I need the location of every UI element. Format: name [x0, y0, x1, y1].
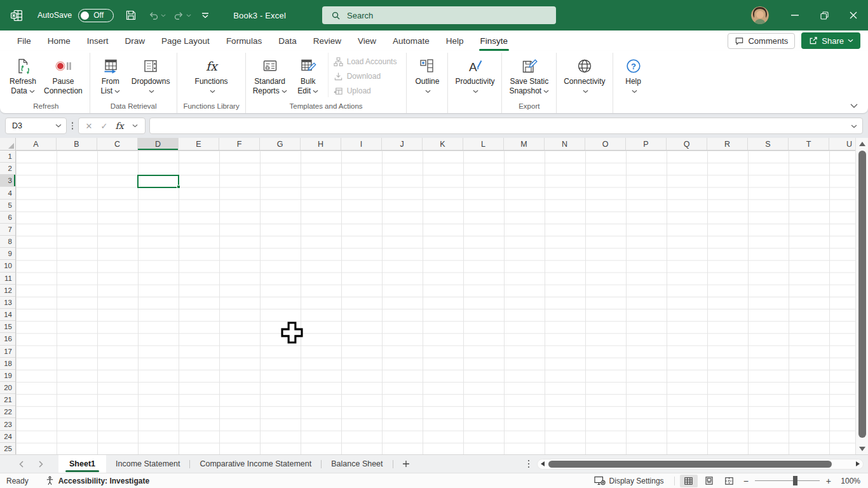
row-header[interactable]: 22	[0, 406, 15, 418]
load-accounts-button-disabled[interactable]: Load Accounts	[332, 55, 402, 68]
column-header[interactable]: U	[829, 138, 855, 150]
cell-area[interactable]	[16, 151, 855, 454]
row-header[interactable]: 13	[0, 297, 15, 309]
sheet-options-button[interactable]	[520, 455, 537, 473]
save-button[interactable]	[125, 10, 137, 21]
restore-button[interactable]	[810, 0, 839, 30]
column-header[interactable]: S	[748, 138, 789, 150]
column-header[interactable]: D	[138, 138, 179, 150]
column-header[interactable]: J	[382, 138, 423, 150]
tab-formulas[interactable]: Formulas	[218, 30, 270, 51]
row-header[interactable]: 18	[0, 358, 15, 370]
row-header[interactable]: 21	[0, 394, 15, 406]
row-header[interactable]: 10	[0, 260, 15, 272]
tab-automate[interactable]: Automate	[384, 30, 438, 51]
tab-home[interactable]: Home	[39, 30, 79, 51]
row-header[interactable]: 9	[0, 248, 15, 260]
row-header[interactable]: 4	[0, 187, 15, 199]
selected-cell-d3[interactable]	[137, 175, 179, 188]
redo-button[interactable]	[173, 10, 191, 21]
column-header[interactable]: N	[545, 138, 585, 150]
tab-review[interactable]: Review	[305, 30, 349, 51]
insert-function-button[interactable]: fx	[112, 118, 127, 133]
accessibility-status-button[interactable]: Accessibility: Investigate	[45, 476, 149, 485]
row-header[interactable]: 24	[0, 431, 15, 443]
row-header[interactable]: 14	[0, 309, 15, 321]
column-header[interactable]: P	[626, 138, 667, 150]
zoom-level[interactable]: 100%	[835, 477, 863, 485]
share-button[interactable]: Share	[801, 32, 860, 49]
connectivity-button[interactable]: Connectivity	[560, 53, 609, 96]
tab-page-layout[interactable]: Page Layout	[153, 30, 218, 51]
row-header[interactable]: 23	[0, 418, 15, 430]
column-header[interactable]: E	[179, 138, 219, 150]
scroll-right-arrow[interactable]	[856, 461, 860, 466]
tab-file[interactable]: File	[9, 30, 39, 51]
comments-button[interactable]: Comments	[728, 33, 795, 49]
pause-connection-button[interactable]: Pause Connection	[40, 53, 86, 96]
name-box-resize-handle[interactable]	[68, 122, 77, 130]
normal-view-button[interactable]	[680, 475, 698, 487]
zoom-in-button[interactable]: +	[822, 476, 835, 486]
tab-help[interactable]: Help	[438, 30, 472, 51]
page-layout-view-button[interactable]	[700, 475, 718, 487]
excel-logo-icon[interactable]	[10, 9, 24, 22]
tab-view[interactable]: View	[349, 30, 384, 51]
autosave-toggle[interactable]: Off	[78, 9, 114, 22]
formula-options-chevron[interactable]	[127, 118, 142, 133]
scroll-up-arrow[interactable]	[859, 142, 865, 146]
formula-input[interactable]	[149, 118, 863, 134]
column-header[interactable]: O	[585, 138, 626, 150]
bulk-edit-button[interactable]: Bulk Edit	[291, 53, 325, 96]
enter-button[interactable]: ✓	[97, 118, 112, 133]
row-header[interactable]: 12	[0, 285, 15, 297]
dropdowns-button[interactable]: Dropdowns	[128, 53, 174, 96]
undo-button[interactable]	[148, 10, 166, 21]
zoom-slider-thumb[interactable]	[793, 476, 797, 485]
column-header[interactable]: K	[423, 138, 463, 150]
sheet-tab-sheet1[interactable]: Sheet1	[58, 455, 106, 473]
save-static-snapshot-button[interactable]: Save Static Snapshot	[505, 53, 553, 96]
column-header[interactable]: G	[260, 138, 301, 150]
column-header[interactable]: M	[504, 138, 545, 150]
refresh-data-button[interactable]: Refresh Data	[6, 53, 40, 96]
row-header[interactable]: 5	[0, 200, 15, 212]
name-box[interactable]: D3	[5, 118, 67, 134]
row-header[interactable]: 8	[0, 236, 15, 248]
row-header[interactable]: 6	[0, 212, 15, 224]
upload-button-disabled[interactable]: Upload	[332, 85, 402, 97]
help-button[interactable]: ? Help	[616, 53, 651, 96]
zoom-out-button[interactable]: −	[740, 476, 752, 486]
productivity-button[interactable]: A Productivity	[451, 53, 498, 96]
functions-button[interactable]: fx Functions	[191, 53, 232, 96]
outline-button[interactable]: Outline	[410, 53, 444, 96]
add-sheet-button[interactable]	[393, 455, 419, 473]
close-button[interactable]	[839, 0, 868, 30]
row-header[interactable]: 11	[0, 273, 15, 285]
standard-reports-button[interactable]: Standard Reports	[249, 53, 291, 96]
cancel-button[interactable]: ✕	[81, 118, 97, 133]
horizontal-scroll-thumb[interactable]	[548, 461, 832, 468]
scroll-down-arrow[interactable]	[859, 447, 865, 451]
customize-qat-button[interactable]	[201, 13, 209, 18]
column-header[interactable]: T	[789, 138, 829, 150]
column-header[interactable]: I	[341, 138, 382, 150]
download-button-disabled[interactable]: Download	[332, 70, 402, 83]
column-header[interactable]: H	[301, 138, 341, 150]
sheet-nav-right-button[interactable]	[31, 455, 51, 473]
column-header[interactable]: F	[219, 138, 260, 150]
row-header[interactable]: 25	[0, 443, 15, 454]
sheet-tab-income-statement[interactable]: Income Statement	[106, 455, 189, 473]
fill-handle[interactable]	[177, 185, 180, 189]
row-header[interactable]: 17	[0, 346, 15, 358]
row-header[interactable]: 1	[0, 151, 15, 163]
tab-draw[interactable]: Draw	[117, 30, 154, 51]
row-header[interactable]: 20	[0, 382, 15, 394]
column-header[interactable]: A	[16, 138, 57, 150]
horizontal-scrollbar[interactable]	[537, 459, 864, 470]
select-all-corner[interactable]	[0, 138, 16, 151]
from-list-button[interactable]: From List	[93, 53, 128, 96]
vertical-scrollbar[interactable]	[855, 138, 868, 454]
user-avatar[interactable]	[751, 6, 769, 24]
column-header[interactable]: Q	[667, 138, 707, 150]
